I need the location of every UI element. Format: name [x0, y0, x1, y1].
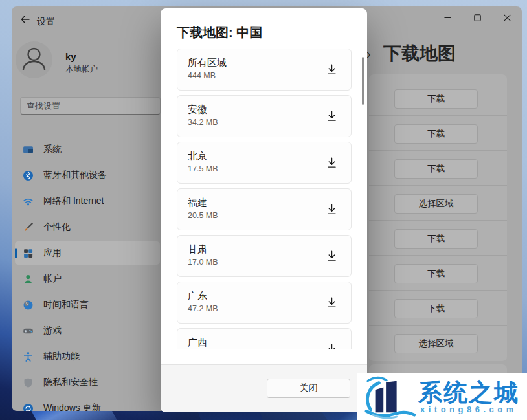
- personalization-icon: [23, 222, 34, 233]
- dialog-title: 下载地图: 中国: [177, 24, 262, 41]
- maximize-icon: [474, 14, 481, 23]
- back-arrow-icon: [20, 14, 30, 27]
- row-divider: [369, 290, 507, 291]
- region-row: 北京 17.5 MB: [177, 142, 352, 184]
- dialog-footer: 关闭: [161, 364, 367, 412]
- window-controls: [432, 6, 522, 30]
- download-button[interactable]: 下载: [394, 124, 478, 144]
- breadcrumb-chevron: ›: [366, 47, 371, 61]
- sidebar-item-accounts[interactable]: 帐户: [15, 267, 160, 291]
- user-profile[interactable]: ky 本地帐户: [16, 41, 171, 85]
- watermark-domain: xitong86.com: [420, 404, 517, 414]
- row-divider: [369, 255, 507, 256]
- accounts-icon: [23, 274, 34, 285]
- region-size: 47.2 MB: [188, 304, 218, 313]
- download-icon: [326, 203, 338, 217]
- download-icon: [326, 343, 338, 349]
- sidebar-item-label: 隐私和安全性: [43, 377, 98, 388]
- region-row: 所有区域 444 MB: [177, 49, 352, 91]
- sidebar-item-bluetooth[interactable]: 蓝牙和其他设备: [15, 164, 160, 187]
- row-divider: [369, 220, 507, 221]
- region-size: 444 MB: [188, 71, 216, 80]
- windows-update-icon: [23, 403, 34, 412]
- region-row: 安徽 34.2 MB: [177, 95, 352, 137]
- choose-region-button[interactable]: 选择区域: [394, 334, 478, 353]
- privacy-icon: [23, 377, 34, 388]
- download-icon: [326, 296, 338, 311]
- sidebar-item-network[interactable]: 网络和 Internet: [15, 190, 160, 213]
- sidebar-item-personalization[interactable]: 个性化: [15, 216, 160, 239]
- region-size: 17.0 MB: [188, 258, 218, 267]
- sidebar-item-label: 游戏: [43, 325, 62, 337]
- region-name: 所有区域: [188, 57, 227, 69]
- sidebar-item-label: Windows 更新: [43, 403, 101, 411]
- sidebar-item-gaming[interactable]: 游戏: [15, 319, 160, 342]
- download-button[interactable]: 下载: [394, 229, 478, 249]
- sidebar-item-label: 网络和 Internet: [43, 195, 104, 207]
- region-row: 甘肃 17.0 MB: [177, 235, 352, 277]
- download-icon: [326, 63, 338, 78]
- row-divider: [369, 185, 507, 186]
- sidebar-item-accessibility[interactable]: 辅助功能: [15, 345, 160, 368]
- region-list: 所有区域 444 MB 安徽 34.2 MB 北京 17.5 MB 福建 20.…: [161, 49, 367, 349]
- network-icon: [23, 196, 34, 207]
- dialog-scrollbar[interactable]: [362, 57, 364, 105]
- offline-maps-panel: 下载 下载 下载 选择区域 下载 下载 下载 选择区域: [369, 74, 507, 361]
- search-input[interactable]: [20, 97, 161, 115]
- sidebar-item-label: 辅助功能: [43, 351, 80, 362]
- region-row: 广西: [177, 328, 352, 349]
- minimize-button[interactable]: [432, 6, 462, 30]
- close-icon: [504, 14, 511, 23]
- download-button[interactable]: 下载: [394, 264, 478, 283]
- sidebar-item-privacy[interactable]: 隐私和安全性: [15, 371, 160, 394]
- gaming-icon: [23, 326, 34, 337]
- download-region-button[interactable]: [321, 247, 342, 267]
- sidebar-item-label: 时间和语言: [43, 299, 89, 311]
- download-maps-dialog: 下载地图: 中国 所有区域 444 MB 安徽 34.2 MB 北京 17.5 …: [161, 8, 367, 412]
- sidebar-item-system[interactable]: 系统: [15, 138, 160, 161]
- xitong-logo-icon: [360, 375, 417, 420]
- region-name: 广东: [188, 290, 207, 302]
- sidebar-item-time-language[interactable]: 时间和语言: [15, 293, 160, 316]
- sidebar-item-label: 蓝牙和其他设备: [43, 170, 107, 181]
- dialog-close-button[interactable]: 关闭: [267, 379, 350, 398]
- download-region-button[interactable]: [321, 153, 342, 174]
- download-button[interactable]: 下载: [394, 159, 478, 179]
- region-row: 福建 20.5 MB: [177, 188, 352, 230]
- row-divider: [369, 325, 507, 326]
- download-button[interactable]: 下载: [394, 299, 478, 318]
- download-button[interactable]: 下载: [394, 89, 478, 109]
- back-button[interactable]: [16, 12, 35, 28]
- region-size: 34.2 MB: [188, 118, 218, 127]
- download-icon: [326, 250, 338, 264]
- region-size: 20.5 MB: [188, 211, 218, 220]
- person-icon: [16, 40, 52, 80]
- region-name: 广西: [188, 337, 207, 349]
- avatar: [16, 41, 52, 78]
- close-button[interactable]: [492, 6, 522, 30]
- system-icon: [23, 144, 34, 155]
- sidebar-item-windows-update[interactable]: Windows 更新: [15, 397, 160, 411]
- row-divider: [369, 115, 507, 116]
- page-title: 下载地图: [383, 41, 456, 66]
- download-region-button[interactable]: [321, 60, 342, 81]
- bluetooth-icon: [23, 170, 34, 181]
- sidebar-item-apps[interactable]: 应用: [15, 241, 160, 265]
- choose-region-button[interactable]: 选择区域: [394, 194, 478, 214]
- region-row: 广东 47.2 MB: [177, 282, 352, 324]
- region-size: 17.5 MB: [188, 164, 218, 173]
- user-account-type: 本地帐户: [65, 64, 98, 75]
- download-region-button[interactable]: [321, 340, 342, 349]
- sidebar-item-label: 系统: [43, 144, 62, 155]
- maximize-button[interactable]: [462, 6, 492, 30]
- download-region-button[interactable]: [321, 293, 342, 314]
- time-language-icon: [23, 300, 34, 311]
- download-region-button[interactable]: [321, 107, 342, 127]
- download-region-button[interactable]: [321, 200, 342, 221]
- download-icon: [326, 157, 338, 171]
- minimize-icon: [444, 14, 451, 23]
- download-icon: [326, 110, 338, 124]
- region-name: 福建: [188, 197, 207, 209]
- sidebar-item-label: 个性化: [43, 221, 71, 233]
- row-divider: [369, 150, 507, 151]
